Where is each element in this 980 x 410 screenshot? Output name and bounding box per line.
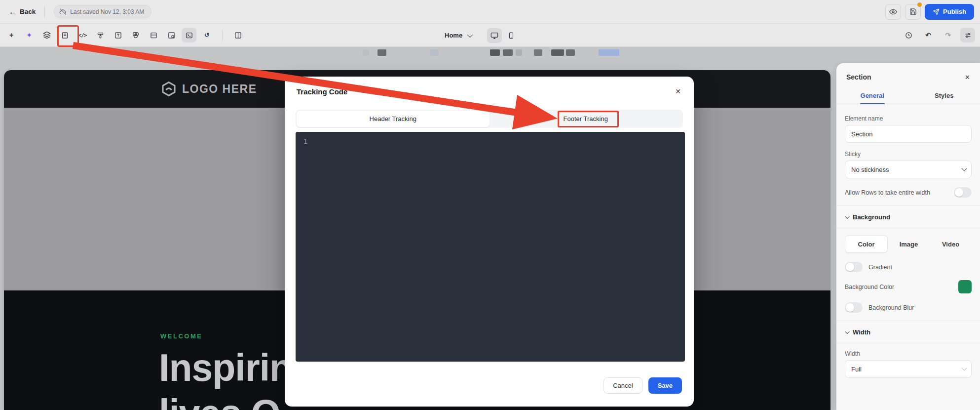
close-icon: ✕ xyxy=(675,87,681,95)
floppy-icon xyxy=(909,8,917,15)
gradient-toggle[interactable] xyxy=(845,262,863,272)
toggle-knob xyxy=(846,263,854,271)
console-button[interactable] xyxy=(182,28,196,42)
save-button[interactable]: Save xyxy=(648,377,682,394)
site-heading-line2: lives O xyxy=(159,392,280,410)
panel-close-button[interactable]: ✕ xyxy=(965,74,970,81)
undo-icon: ↶ xyxy=(925,31,931,39)
reset-button[interactable]: ↺ xyxy=(199,28,214,42)
rotate-icon: ↺ xyxy=(204,32,209,39)
toggle-knob xyxy=(846,303,854,312)
cancel-button[interactable]: Cancel xyxy=(603,377,642,394)
undo-button[interactable]: ↶ xyxy=(921,28,936,42)
redo-button[interactable]: ↷ xyxy=(941,28,955,42)
background-color-label: Background Color xyxy=(845,284,894,290)
desktop-view-button[interactable] xyxy=(487,28,502,43)
plus-icon: + xyxy=(9,31,13,39)
width-select[interactable]: Full xyxy=(845,360,972,378)
tracking-tabs: Header Tracking Footer Tracking xyxy=(296,110,683,128)
mobile-view-button[interactable] xyxy=(504,28,519,43)
tab-header-tracking[interactable]: Header Tracking xyxy=(297,111,490,127)
divider xyxy=(836,343,980,343)
background-color-swatch[interactable] xyxy=(958,280,972,293)
chevron-down-icon xyxy=(845,214,850,219)
divider xyxy=(836,321,980,321)
tab-bg-image[interactable]: Image xyxy=(888,235,930,253)
annotation-box-footer-tracking xyxy=(558,111,619,127)
preview-button[interactable] xyxy=(885,4,901,20)
media-button[interactable] xyxy=(164,28,179,42)
allow-rows-toggle[interactable] xyxy=(954,187,972,198)
width-section-header[interactable]: Width xyxy=(845,322,972,342)
canvas-context-chips xyxy=(0,49,980,56)
panel-title: Section xyxy=(846,73,871,81)
save-draft-button[interactable] xyxy=(905,4,921,20)
element-name-label: Element name xyxy=(845,115,972,122)
modal-title: Tracking Code xyxy=(297,87,347,96)
send-icon xyxy=(933,8,940,15)
allow-rows-label: Allow Rows to take entire width xyxy=(845,189,930,196)
shapes-icon xyxy=(132,31,140,39)
code-editor[interactable]: 1 xyxy=(296,132,685,362)
gradient-label: Gradient xyxy=(868,264,892,271)
terminal-icon xyxy=(186,32,193,39)
ai-assistant-button[interactable]: ✦ xyxy=(22,28,37,42)
settings-panel-toggle[interactable] xyxy=(960,28,975,42)
element-name-input[interactable]: Section xyxy=(845,125,972,143)
design-button[interactable] xyxy=(93,28,108,42)
canvas-mini-chip xyxy=(566,49,575,56)
site-logo: LOGO HERE xyxy=(160,81,257,97)
canvas-mini-chip xyxy=(599,49,619,56)
chevron-down-icon xyxy=(845,329,850,334)
editor-toolbar: + ✦ </> ↺ Hom xyxy=(0,24,980,47)
background-blur-toggle[interactable] xyxy=(845,302,863,313)
background-section-title: Background xyxy=(853,213,890,221)
tracking-code-modal: Tracking Code ✕ Header Tracking Footer T… xyxy=(285,77,694,407)
line-number: 1 xyxy=(303,138,307,145)
toggle-knob xyxy=(955,188,963,197)
divider xyxy=(222,30,223,41)
canvas-mini-chip xyxy=(363,49,369,56)
layers-icon xyxy=(43,31,51,39)
eye-icon xyxy=(889,8,897,16)
site-heading-line1: Inspirin xyxy=(159,346,292,389)
logo-text: LOGO HERE xyxy=(182,82,257,96)
background-section-header[interactable]: Background xyxy=(845,207,972,227)
divider xyxy=(44,6,45,18)
text-button[interactable] xyxy=(111,28,125,42)
tab-styles[interactable]: Styles xyxy=(908,87,980,104)
phone-icon xyxy=(508,32,515,39)
layers-button[interactable] xyxy=(39,28,54,42)
image-search-icon xyxy=(168,32,175,39)
window-icon xyxy=(150,32,157,39)
layout-columns-button[interactable] xyxy=(230,28,245,42)
sticky-label: Sticky xyxy=(845,151,972,158)
width-label: Width xyxy=(845,350,972,357)
add-element-button[interactable]: + xyxy=(4,28,19,42)
text-icon xyxy=(114,32,122,39)
canvas-mini-chip xyxy=(503,49,513,56)
page-name: Home xyxy=(445,32,462,39)
back-arrow-icon: ← xyxy=(9,7,16,16)
sticky-select[interactable]: No stickiness xyxy=(845,161,972,178)
canvas-mini-chip xyxy=(534,49,542,56)
publish-button[interactable]: Publish xyxy=(925,4,974,20)
tab-bg-color[interactable]: Color xyxy=(845,235,888,253)
sections-button[interactable] xyxy=(146,28,161,42)
panel-tabs: General Styles xyxy=(836,87,980,104)
monitor-icon xyxy=(490,32,498,40)
tab-bg-video[interactable]: Video xyxy=(930,235,972,253)
hexagon-logo-icon xyxy=(160,81,177,97)
tab-general[interactable]: General xyxy=(836,87,908,104)
paint-icon xyxy=(97,32,104,39)
modal-close-button[interactable]: ✕ xyxy=(672,85,684,97)
back-button[interactable]: ← Back xyxy=(9,7,36,16)
canvas-mini-chip xyxy=(430,49,439,56)
shapes-button[interactable] xyxy=(128,28,143,42)
annotation-box-code-icon xyxy=(57,25,79,47)
code-icon: </> xyxy=(78,32,87,39)
page-selector[interactable]: Home xyxy=(441,29,475,42)
back-label: Back xyxy=(20,8,36,15)
history-button[interactable] xyxy=(901,28,916,42)
cloud-off-icon xyxy=(59,8,67,15)
